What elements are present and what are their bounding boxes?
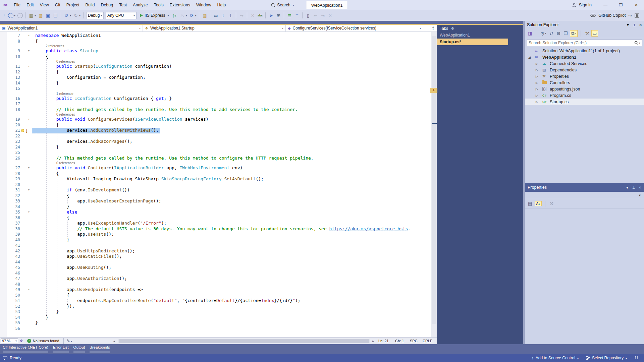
split-window-icon[interactable]: ‡ bbox=[429, 26, 437, 31]
minimize-button[interactable]: — bbox=[598, 0, 613, 10]
toolbar-format-document-icon[interactable]: ≣ bbox=[286, 12, 293, 19]
code-cleanup-icon[interactable]: ✎▾ bbox=[67, 339, 72, 343]
code-line-54[interactable]: 54 } bbox=[0, 315, 431, 320]
solution-name-pill[interactable]: WebApplication1 bbox=[306, 1, 348, 9]
code-line-13[interactable]: 13 Configuration = configuration; bbox=[0, 75, 431, 80]
code-line-15[interactable]: 15 bbox=[0, 86, 431, 92]
toolbar-grip-icon[interactable]: ⋮ bbox=[2, 13, 6, 18]
tree-item-dependencies[interactable]: ▷▤Dependencies bbox=[525, 67, 644, 73]
code-line-31[interactable]: 31▾ if (env.IsDevelopment()) bbox=[0, 187, 431, 193]
outline-collapse-icon[interactable]: ▾ bbox=[28, 48, 30, 54]
nav-combo-2[interactable]: ◆ConfigureServices(IServiceCollection se… bbox=[286, 25, 423, 32]
code-line-51[interactable]: 51 endpoints.MapControllerRoute("default… bbox=[0, 298, 431, 304]
toolbar-navigate-backward-icon[interactable]: ←▾ bbox=[7, 12, 16, 19]
code-line-33[interactable]: 33 app.UseDeveloperExceptionPage(); bbox=[0, 198, 431, 204]
outline-collapse-icon[interactable]: ▾ bbox=[28, 165, 30, 171]
toolbar-undo-icon[interactable]: ↺▾ bbox=[63, 12, 72, 19]
health-indicator-icon[interactable]: ❖ bbox=[19, 339, 23, 343]
nav-combo-1[interactable]: ❖WebApplication1.Startup▾ bbox=[143, 25, 286, 32]
line-ending-indicator[interactable]: CRLF bbox=[423, 338, 432, 345]
code-line-21[interactable]: 21[ services.AddControllersWithViews(); bbox=[0, 128, 431, 133]
nav-combo-0[interactable]: ▣WebApplication1▾ bbox=[0, 25, 143, 32]
menu-tools[interactable]: Tools bbox=[151, 0, 167, 10]
issues-label[interactable]: No issues found bbox=[33, 339, 59, 343]
zoom-level-combo[interactable]: 97 % ▾ bbox=[1, 338, 18, 344]
code-line-49[interactable]: 49▾ app.UseEndpoints(endpoints => bbox=[0, 287, 431, 293]
tree-item-controllers[interactable]: ▷Controllers bbox=[525, 79, 644, 86]
toolbar-window-layout-icon[interactable]: ▭ bbox=[212, 12, 219, 19]
menu-test[interactable]: Test bbox=[116, 0, 130, 10]
code-line-50[interactable]: 50 { bbox=[0, 293, 431, 298]
code-line-27[interactable]: 27▾ public void Configure(IApplicationBu… bbox=[0, 165, 431, 171]
code-line-32[interactable]: 32 { bbox=[0, 193, 431, 199]
toolbar-save-all-icon[interactable]: ❏ bbox=[52, 12, 59, 19]
menu-view[interactable]: View bbox=[37, 0, 52, 10]
properties-header[interactable]: Properties ▼ ⊤ ✕ bbox=[525, 183, 644, 192]
sync-with-active-document-icon[interactable]: ⧉▾ bbox=[570, 30, 578, 37]
column-indicator[interactable]: Ch: 1 bbox=[395, 338, 404, 345]
toolbar-select-element-icon[interactable]: ➤ bbox=[267, 12, 275, 19]
scroll-left-arrow[interactable]: ◂ bbox=[113, 339, 115, 343]
toolbar-spell-checker-icon[interactable]: abc bbox=[256, 13, 264, 18]
toolbar-combo-solution-configurations[interactable]: Debug▾ bbox=[86, 12, 104, 19]
code-line-12[interactable]: 12 { bbox=[0, 69, 431, 75]
code-line-30[interactable]: 30 bbox=[0, 182, 431, 188]
expander-collapsed-icon[interactable]: ▷ bbox=[536, 68, 538, 72]
code-editor[interactable]: 7▾namespace WebApplication18{2 reference… bbox=[0, 32, 431, 337]
tree-item-appsettings-json[interactable]: ▷{}appsettings.json bbox=[525, 86, 644, 92]
outline-collapse-icon[interactable]: ▾ bbox=[28, 117, 30, 122]
line-indicator[interactable]: Ln: 21 bbox=[378, 338, 389, 345]
solution-explorer-search[interactable]: Search Solution Explorer (Ctrl+;) ▾ bbox=[527, 40, 642, 46]
toolbar-save-dump-icon[interactable]: ⤓ bbox=[219, 12, 227, 19]
toolbar-increase-indent-icon[interactable]: ⇥ bbox=[319, 12, 326, 19]
codelens-references[interactable]: 2 references bbox=[46, 44, 64, 48]
code-line-20[interactable]: 20 { bbox=[0, 122, 431, 128]
properties-icon[interactable]: ⚒ bbox=[584, 31, 590, 36]
maximize-button[interactable]: ❐ bbox=[613, 0, 629, 10]
code-line-38[interactable]: 38 // The default HSTS value is 30 days.… bbox=[0, 226, 431, 232]
chevron-down-icon[interactable]: ▼ bbox=[626, 23, 630, 27]
show-all-files-icon[interactable]: ❐ bbox=[562, 31, 569, 36]
scroll-right-arrow[interactable]: ▸ bbox=[372, 339, 374, 343]
outline-collapse-icon[interactable]: ▾ bbox=[28, 64, 30, 69]
menu-git[interactable]: Git bbox=[52, 0, 63, 10]
code-line-43[interactable]: 43 app.UseStaticFiles(); bbox=[0, 254, 431, 259]
horizontal-scrollbar[interactable] bbox=[118, 339, 370, 343]
pin-icon[interactable]: ⊤ bbox=[633, 23, 636, 27]
toolbar-toggle-bookmark-icon[interactable]: ✕ bbox=[326, 12, 334, 19]
tab-item-webapplication1[interactable]: WebApplication1 bbox=[437, 32, 508, 39]
expander-collapsed-icon[interactable]: ▷ bbox=[536, 87, 538, 91]
tree-item-webapplication1[interactable]: ◢⊞WebApplication1 bbox=[525, 54, 644, 60]
toolbar-new-project-icon[interactable]: ▩▾ bbox=[28, 12, 37, 19]
close-icon[interactable]: ✕ bbox=[639, 186, 641, 189]
toolbar-combo-solution-platforms[interactable]: Any CPU▾ bbox=[106, 12, 137, 19]
code-line-41[interactable]: 41 bbox=[0, 243, 431, 248]
vertical-scrollbar[interactable] bbox=[431, 32, 437, 337]
search-box[interactable]: Search ▾ bbox=[268, 3, 297, 7]
feedback-icon[interactable] bbox=[3, 356, 7, 360]
code-line-44[interactable]: 44 bbox=[0, 259, 431, 265]
code-line-52[interactable]: 52 }); bbox=[0, 304, 431, 309]
live-share-icon[interactable] bbox=[635, 13, 639, 18]
toolbar-navigate-forward-icon[interactable]: → bbox=[16, 12, 24, 19]
bottom-tab-output[interactable]: Output bbox=[73, 345, 85, 353]
code-line-53[interactable]: 53 } bbox=[0, 309, 431, 315]
select-repository-button[interactable]: Select Repository ▴ bbox=[586, 356, 627, 360]
code-line-45[interactable]: 45 app.UseRouting(); bbox=[0, 265, 431, 270]
outline-collapse-icon[interactable]: ▾ bbox=[28, 33, 30, 39]
code-line-17[interactable]: 17 bbox=[0, 101, 431, 107]
menu-analyze[interactable]: Analyze bbox=[130, 0, 151, 10]
vertical-scrollbar-thumb[interactable] bbox=[432, 36, 436, 324]
code-line-47[interactable]: 47 app.UseAuthorization(); bbox=[0, 276, 431, 282]
tree-item-solution-webapplication1-1-of-1-project[interactable]: ∞Solution 'WebApplication1' (1 of 1 proj… bbox=[525, 48, 644, 54]
toolbar-run-start-debugging[interactable]: IIS Express▾ bbox=[138, 13, 171, 18]
code-line-28[interactable]: 28 { bbox=[0, 171, 431, 177]
menu-extensions[interactable]: Extensions bbox=[167, 0, 193, 10]
properties-object-combo[interactable]: ▼ bbox=[525, 192, 644, 199]
expander-collapsed-icon[interactable]: ▷ bbox=[536, 75, 538, 78]
property-pages-icon[interactable]: ⚒ bbox=[549, 201, 555, 206]
code-line-26[interactable]: 26 // This method gets called by the run… bbox=[0, 156, 431, 161]
code-line-46[interactable]: 46 bbox=[0, 270, 431, 276]
sync-icon[interactable]: ⇄ bbox=[549, 31, 554, 36]
horizontal-scrollbar-thumb[interactable] bbox=[119, 339, 369, 343]
